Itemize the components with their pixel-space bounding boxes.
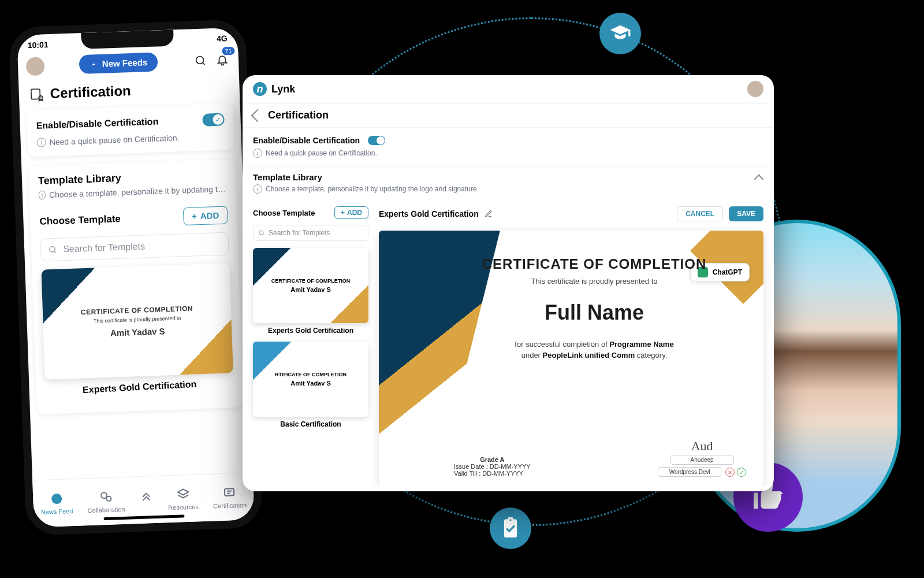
tab-resources[interactable]: Resources [167, 487, 199, 511]
template-thumbnail[interactable]: CERTIFICATE OF COMPLETION Amit Yadav S [253, 248, 368, 323]
enable-certification-row: Enable/Disable Certification i Need a qu… [243, 128, 774, 166]
svg-point-4 [51, 493, 62, 504]
network-label: 4G [217, 34, 228, 43]
desktop-window: n Lynk Certification Enable/Disable Cert… [243, 75, 774, 491]
cert-valid-till: Valid Till : DD-MM-YYYY [454, 470, 531, 477]
certificate-preview: ChatGPT CERTIFICATE OF COMPLETION This c… [379, 231, 763, 486]
template-library-title: Template Library [38, 168, 227, 187]
template-library-hint: Choose a template, personalize it by upd… [49, 184, 227, 199]
enable-certification-toggle[interactable] [202, 113, 225, 126]
collaboration-icon [99, 490, 113, 504]
mobile-mockup: 10:01 4G New Feeds 71 Certification Enab… [9, 19, 263, 536]
notification-count: 71 [222, 46, 235, 55]
enable-label: Enable/Disable Certification [253, 136, 360, 145]
home-indicator [103, 514, 184, 520]
choose-template-label: Choose Template [253, 209, 315, 217]
search-placeholder: Search for Templets [63, 241, 146, 254]
plus-icon: + [192, 211, 197, 221]
clock: 10:01 [28, 40, 49, 50]
svg-point-5 [101, 492, 107, 498]
new-feeds-label: New Feeds [102, 57, 148, 69]
brand-logo-icon: n [253, 82, 267, 96]
signature-icon: Aud [658, 439, 746, 454]
cert-subtitle: This certificate is proudly presented to [454, 277, 735, 286]
brand[interactable]: n Lynk [253, 82, 295, 96]
tab-collaboration[interactable]: Collaboration [87, 489, 125, 513]
cert-signature-block: Aud Anudeep Wordpress Devl ✕ ✓ [658, 439, 746, 477]
template-thumbnail[interactable]: CERTIFICATE OF COMPLETION This certifica… [41, 263, 233, 379]
cert-line2: under PeopleLink unified Comm category. [454, 351, 735, 360]
svg-point-8 [259, 231, 263, 235]
signer-name-input[interactable]: Anudeep [670, 455, 734, 465]
search-icon [258, 229, 265, 236]
template-name: Experts Gold Certification [45, 377, 233, 397]
notifications-icon[interactable]: 71 [214, 51, 230, 68]
tab-news-feed[interactable]: News Feed [40, 491, 73, 516]
template-list-panel: Choose Template + ADD Search for Templet… [253, 206, 368, 486]
cert-recipient-name[interactable]: Full Name [454, 301, 735, 325]
cancel-button[interactable]: CANCEL [677, 206, 723, 221]
svg-point-6 [106, 496, 111, 501]
page-title: Certification [268, 109, 329, 121]
certificate-icon [222, 486, 237, 500]
enable-label: Enable/Disable Certification [36, 116, 158, 131]
template-library-header[interactable]: Template Library i Choose a template, pe… [243, 166, 774, 199]
template-search-input[interactable]: Search for Templets [253, 225, 368, 241]
edit-icon[interactable] [485, 210, 493, 218]
tab-certification[interactable]: Certification [213, 485, 247, 509]
enable-certification-card: Enable/Disable Certification i Need a qu… [27, 103, 235, 157]
new-feeds-button[interactable]: New Feeds [79, 52, 158, 74]
certificate-icon [29, 86, 44, 102]
add-template-button[interactable]: + ADD [183, 206, 228, 225]
avatar[interactable] [26, 57, 45, 76]
news-feed-icon [49, 491, 64, 506]
cert-issue-date: Issue Date : DD-MM-YYYY [454, 463, 531, 470]
template-name: Basic Certification [253, 420, 368, 428]
enable-certification-toggle[interactable] [368, 136, 385, 145]
template-editor-panel: Experts Gold Certification CANCEL SAVE C… [379, 206, 763, 486]
svg-point-0 [196, 56, 203, 64]
clipboard-check-icon [490, 507, 531, 549]
search-icon [48, 245, 58, 255]
cert-grade: Grade A [454, 456, 531, 463]
cert-line1: for successful completion of Programme N… [454, 340, 735, 349]
graduation-cap-icon [599, 13, 641, 54]
template-search-input[interactable]: Search for Templets [40, 232, 229, 261]
enable-hint: Need a quick pause on Certification. [266, 149, 377, 157]
template-library-title: Template Library [253, 172, 763, 182]
info-icon: i [253, 184, 262, 194]
template-name: Experts Gold Certification [253, 327, 368, 335]
avatar[interactable] [747, 81, 763, 97]
info-icon: i [39, 190, 46, 199]
layers-icon [176, 487, 190, 501]
svg-rect-7 [225, 488, 234, 496]
chevron-up-double-icon [139, 488, 154, 503]
discard-icon[interactable]: ✕ [725, 468, 735, 477]
save-button[interactable]: SAVE [729, 206, 763, 221]
tab-middle[interactable] [139, 488, 154, 512]
enable-hint: Need a quick pause on Certification. [49, 133, 179, 147]
chevron-up-icon [90, 60, 98, 68]
template-library-card: Template Library i Choose a template, pe… [28, 159, 244, 414]
search-icon[interactable] [192, 52, 208, 69]
cert-meta: Grade A Issue Date : DD-MM-YYYY Valid Ti… [454, 456, 531, 477]
bottom-tabbar: News Feed Collaboration Resources Certif… [32, 472, 255, 527]
info-icon: i [253, 149, 262, 158]
choose-template-label: Choose Template [39, 213, 121, 227]
confirm-icon[interactable]: ✓ [737, 468, 746, 477]
info-icon: i [36, 138, 46, 147]
svg-point-3 [50, 247, 55, 253]
cert-title: CERTIFICATE OF COMPLETION [454, 256, 735, 272]
signer-role-input[interactable]: Wordpress Devl [658, 467, 721, 477]
add-template-button[interactable]: + ADD [334, 206, 368, 219]
plus-icon: + [341, 209, 345, 217]
template-thumbnail[interactable]: RTIFICATE OF COMPLETION Amit Yadav S [253, 342, 368, 417]
back-icon[interactable] [251, 109, 264, 122]
editor-title: Experts Gold Certification [379, 209, 479, 218]
phone-notch [81, 29, 174, 49]
